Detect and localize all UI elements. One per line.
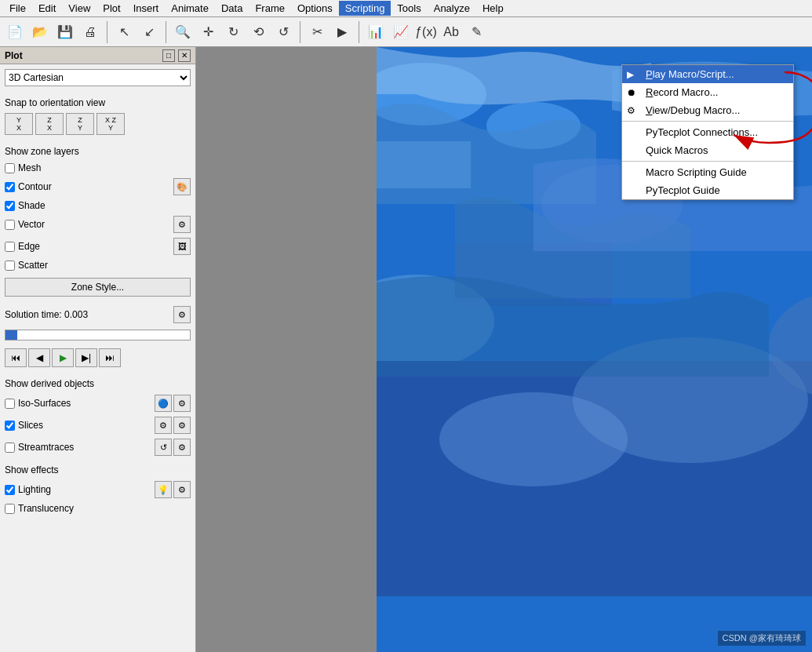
- rotate-btn[interactable]: ↙: [137, 20, 161, 44]
- next-last-btn[interactable]: ⏭: [99, 348, 121, 367]
- menu-play[interactable]: ▶ Play Macro/Script...: [622, 65, 793, 83]
- zone-style-btn[interactable]: Zone Style...: [5, 278, 191, 297]
- menu-guide[interactable]: Macro Scripting Guide: [622, 163, 793, 181]
- orient-xyz[interactable]: X ZY: [96, 113, 125, 135]
- rotate2-btn[interactable]: ↻: [221, 20, 245, 44]
- contour-style-btn[interactable]: 🎨: [173, 178, 191, 195]
- streamtraces-icon1-btn[interactable]: ↺: [155, 439, 172, 456]
- menu-frame[interactable]: Frame: [249, 1, 291, 16]
- mesh-checkbox[interactable]: [5, 163, 15, 173]
- edge-checkbox[interactable]: [5, 242, 15, 252]
- sep2: [166, 21, 166, 43]
- pick-btn[interactable]: ▶: [330, 20, 354, 44]
- menu-edit[interactable]: Edit: [32, 1, 62, 16]
- print-btn[interactable]: 🖨: [78, 20, 102, 44]
- contour-checkbox[interactable]: [5, 182, 15, 192]
- menu-plot[interactable]: Plot: [96, 1, 126, 16]
- next-btn[interactable]: ▶|: [75, 348, 97, 367]
- lighting-checkbox[interactable]: [5, 485, 15, 495]
- debug-icon: ⚙: [627, 105, 635, 116]
- slices-left: Slices: [5, 420, 43, 431]
- prev-first-btn[interactable]: ⏮: [5, 348, 27, 367]
- fit-btn[interactable]: ⟲: [246, 20, 270, 44]
- extra1-btn[interactable]: 📊: [364, 20, 388, 44]
- menu-animate[interactable]: Animate: [165, 1, 215, 16]
- new-btn[interactable]: 📄: [3, 20, 27, 44]
- extra5-btn[interactable]: ✎: [464, 20, 488, 44]
- orient-zx[interactable]: ZX: [35, 113, 64, 135]
- edge-label: Edge: [18, 241, 40, 252]
- menu-help[interactable]: Help: [476, 1, 510, 16]
- solution-time-settings-btn[interactable]: ⚙: [173, 306, 191, 323]
- translucency-checkbox[interactable]: [5, 504, 15, 514]
- menu-quickmacros[interactable]: Quick Macros: [622, 141, 793, 159]
- zone-vector-row: Vector ⚙: [5, 216, 191, 233]
- extra3-btn[interactable]: ƒ(x): [414, 20, 438, 44]
- menu-data[interactable]: Data: [215, 1, 249, 16]
- sidebar-content: 3D Cartesian 2D Cartesian XY Line Polar …: [0, 64, 195, 519]
- slices-icon2-btn[interactable]: ⚙: [173, 417, 191, 434]
- translucency-row: Translucency: [5, 503, 191, 514]
- pyconnect-label: PyTecplot Connections...: [646, 126, 758, 138]
- save-btn[interactable]: 💾: [53, 20, 77, 44]
- orient-zy[interactable]: ZY: [66, 113, 94, 135]
- translucency-label: Translucency: [18, 503, 74, 514]
- extra2-btn[interactable]: 📈: [389, 20, 413, 44]
- menubar: File Edit View Plot Insert Animate Data …: [0, 0, 812, 17]
- panel-close[interactable]: ✕: [178, 49, 191, 62]
- iso-icon2-btn[interactable]: ⚙: [173, 395, 191, 412]
- iso-icons: 🔵 ⚙: [155, 395, 191, 412]
- probe-btn[interactable]: ✂: [305, 20, 329, 44]
- orient-yx[interactable]: YX: [5, 113, 33, 135]
- content-area: CSDN @家有琦琦球 ▶ Play Macro/Script... ⏺ Rec…: [196, 47, 812, 652]
- pyguide-label: PyTecplot Guide: [646, 184, 720, 196]
- streamtraces-icons: ↺ ⚙: [155, 439, 191, 456]
- streamtraces-checkbox[interactable]: [5, 443, 15, 453]
- lighting-icon2-btn[interactable]: ⚙: [173, 481, 191, 498]
- zoom-btn[interactable]: 🔍: [171, 20, 195, 44]
- time-slider[interactable]: [5, 330, 191, 341]
- menu-scripting[interactable]: Scripting: [339, 1, 391, 16]
- lighting-row: Lighting 💡 ⚙: [5, 481, 191, 498]
- menu-options[interactable]: Options: [291, 1, 339, 16]
- menu-view[interactable]: View: [62, 1, 96, 16]
- prev-btn[interactable]: ◀: [28, 348, 50, 367]
- undo-btn[interactable]: ↺: [271, 20, 295, 44]
- menu-tools[interactable]: Tools: [391, 1, 427, 16]
- lighting-icon1-btn[interactable]: 💡: [155, 481, 172, 498]
- slices-row: Slices ⚙ ⚙: [5, 417, 191, 434]
- menu-record[interactable]: ⏺ Record Macro...: [622, 83, 793, 101]
- shade-checkbox[interactable]: [5, 201, 15, 211]
- translate-btn[interactable]: ✛: [196, 20, 220, 44]
- vector-style-btn[interactable]: ⚙: [173, 216, 191, 233]
- menu-debug[interactable]: ⚙ View/Debug Macro...: [622, 101, 793, 119]
- vector-icons: ⚙: [173, 216, 191, 233]
- slices-label: Slices: [18, 420, 43, 431]
- iso-checkbox[interactable]: [5, 399, 15, 409]
- slices-icon1-btn[interactable]: ⚙: [155, 417, 172, 434]
- open-btn[interactable]: 📂: [28, 20, 52, 44]
- extra4-btn[interactable]: Ab: [439, 20, 463, 44]
- plot-type-select[interactable]: 3D Cartesian 2D Cartesian XY Line Polar …: [5, 69, 191, 86]
- vector-checkbox[interactable]: [5, 220, 15, 230]
- menu-pyconnect[interactable]: PyTecplot Connections...: [622, 123, 793, 141]
- debug-label: View/Debug Macro...: [646, 104, 740, 116]
- menu-pyguide[interactable]: PyTecplot Guide: [622, 181, 793, 199]
- solution-time-label: Solution time: 0.003: [5, 309, 88, 320]
- edge-style-btn[interactable]: 🖼: [173, 238, 191, 255]
- scatter-checkbox[interactable]: [5, 260, 15, 271]
- panel-header: Plot □ ✕: [0, 47, 195, 64]
- play-btn[interactable]: ▶: [52, 348, 74, 367]
- slices-checkbox[interactable]: [5, 421, 15, 431]
- panel-title: Plot: [5, 50, 23, 61]
- streamtraces-icon2-btn[interactable]: ⚙: [173, 439, 191, 456]
- iso-icon1-btn[interactable]: 🔵: [155, 395, 172, 412]
- panel-minimize[interactable]: □: [162, 49, 175, 62]
- menu-analyze[interactable]: Analyze: [428, 1, 476, 16]
- main-layout: Plot □ ✕ 3D Cartesian 2D Cartesian XY Li…: [0, 47, 812, 652]
- solution-time-row: Solution time: 0.003 ⚙: [5, 306, 191, 323]
- iso-left: Iso-Surfaces: [5, 398, 71, 409]
- menu-insert[interactable]: Insert: [127, 1, 166, 16]
- select-btn[interactable]: ↖: [112, 20, 136, 44]
- menu-file[interactable]: File: [3, 1, 32, 16]
